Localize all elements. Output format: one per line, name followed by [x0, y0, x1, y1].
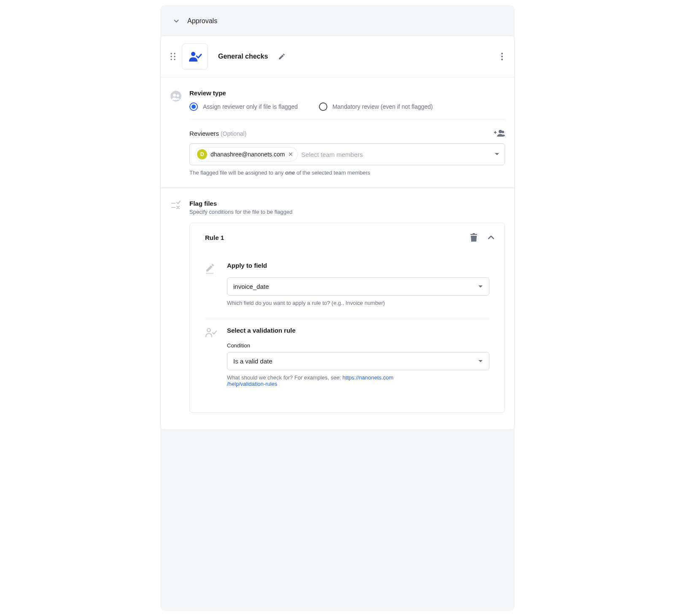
- avatar: D: [197, 149, 207, 159]
- stage-icon-box: [182, 43, 208, 70]
- reviewers-help-text: The flagged file will be assigned to any…: [189, 169, 505, 176]
- drag-handle-icon[interactable]: [170, 52, 176, 61]
- validation-section: Select a validation rule Condition Is a …: [205, 318, 489, 399]
- svg-point-12: [177, 94, 179, 97]
- kebab-icon: [501, 52, 503, 61]
- apply-field-title: Apply to field: [227, 262, 489, 269]
- person-check-icon: [188, 51, 202, 62]
- svg-point-4: [170, 59, 172, 60]
- reviewers-label: Reviewers: [189, 130, 219, 137]
- more-menu-button[interactable]: [499, 51, 505, 62]
- svg-point-8: [501, 56, 503, 57]
- flag-files-section: Flag files Specify conditions for the fi…: [170, 200, 505, 413]
- panel-title: Approvals: [187, 17, 217, 25]
- radio-mandatory[interactable]: Mandatory review (even if not flagged): [319, 102, 433, 111]
- collapse-rule-button[interactable]: [488, 235, 494, 239]
- field-help-text: Which field do you want to apply a rule …: [227, 300, 489, 306]
- dropdown-arrow-icon[interactable]: [494, 153, 500, 156]
- svg-rect-17: [206, 273, 213, 274]
- person-validate-icon: [205, 327, 219, 338]
- edit-field-icon: [205, 262, 219, 275]
- people-icon: [170, 89, 182, 102]
- stage-card-header: General checks: [161, 36, 514, 78]
- condition-help-text: What should we check for? For examples, …: [227, 374, 489, 387]
- review-type-title: Review type: [189, 89, 505, 97]
- help-link[interactable]: /help/validation-rules: [227, 381, 277, 387]
- svg-point-1: [174, 53, 175, 54]
- svg-point-14: [502, 131, 504, 133]
- optional-label: (Optional): [221, 130, 246, 137]
- apply-field-section: Apply to field invoice_date Which field …: [205, 253, 489, 318]
- radio-unselected-icon: [319, 102, 327, 111]
- svg-point-3: [174, 56, 175, 57]
- stage-card: General checks Review type: [160, 35, 515, 430]
- approvals-panel: Approvals General checks: [160, 5, 515, 611]
- rule-header: Rule 1: [190, 223, 505, 252]
- chip-remove-button[interactable]: ✕: [288, 151, 293, 157]
- dropdown-arrow-icon: [478, 285, 483, 288]
- review-type-section: Review type Assign reviewer only if file…: [170, 89, 505, 176]
- svg-point-0: [170, 53, 172, 54]
- radio-selected-icon: [189, 102, 198, 111]
- condition-value: Is a valid date: [233, 358, 273, 365]
- help-link[interactable]: https://nanonets.com: [343, 374, 394, 381]
- dropdown-arrow-icon: [478, 360, 483, 363]
- pencil-icon: [278, 53, 286, 60]
- chip-email: dhanashree@nanonets.com: [211, 151, 285, 158]
- select-placeholder: Select team members: [301, 151, 491, 158]
- add-people-button[interactable]: [494, 129, 505, 137]
- svg-point-13: [499, 130, 502, 133]
- reviewer-chip: D dhanashree@nanonets.com ✕: [195, 147, 298, 161]
- radio-label: Assign reviewer only if file is flagged: [203, 103, 298, 110]
- flag-rules-icon: [170, 200, 182, 211]
- trash-icon: [470, 233, 478, 242]
- svg-point-6: [191, 52, 195, 56]
- stage-title: General checks: [218, 53, 268, 60]
- svg-point-5: [174, 59, 175, 60]
- chevron-up-icon: [488, 235, 494, 239]
- svg-point-7: [501, 53, 503, 54]
- radio-label: Mandatory review (even if not flagged): [332, 103, 433, 110]
- svg-point-11: [173, 94, 176, 97]
- flag-files-subtitle: Specify conditions for the file to be fl…: [189, 209, 505, 215]
- svg-point-18: [207, 328, 211, 332]
- svg-point-9: [501, 59, 503, 60]
- svg-point-2: [170, 56, 172, 57]
- delete-rule-button[interactable]: [470, 233, 478, 242]
- condition-select[interactable]: Is a valid date: [227, 352, 489, 370]
- collapse-chevron-icon[interactable]: [172, 17, 181, 25]
- field-value: invoice_date: [233, 283, 269, 290]
- condition-label: Condition: [227, 342, 489, 349]
- edit-stage-button[interactable]: [278, 53, 286, 60]
- flag-files-title: Flag files: [189, 200, 505, 207]
- person-add-icon: [494, 129, 505, 137]
- validation-title: Select a validation rule: [227, 327, 489, 334]
- rule-card: Rule 1: [189, 223, 505, 413]
- rule-title: Rule 1: [205, 234, 463, 241]
- field-select[interactable]: invoice_date: [227, 277, 489, 296]
- radio-flagged-only[interactable]: Assign reviewer only if file is flagged: [189, 102, 298, 111]
- panel-header: Approvals: [160, 17, 515, 35]
- reviewers-select[interactable]: D dhanashree@nanonets.com ✕ Select team …: [189, 143, 505, 165]
